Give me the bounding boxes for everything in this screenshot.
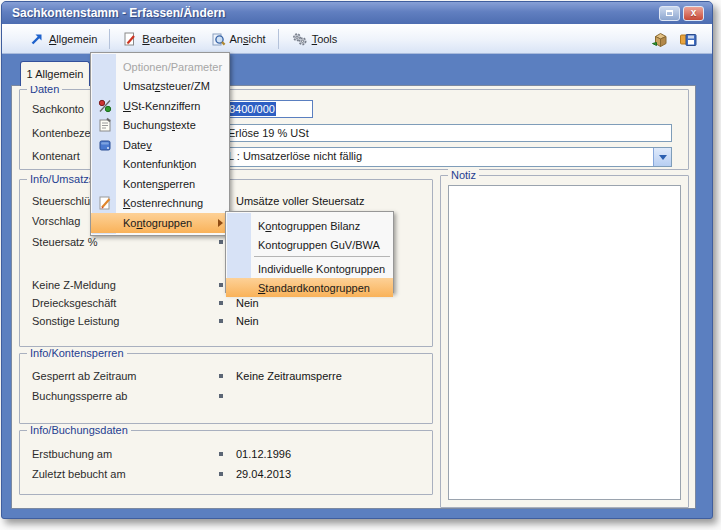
package-icon[interactable] [651,30,669,48]
toolbar-item-bearbeiten[interactable]: Bearbeiten [115,29,202,49]
toolbar-separator [109,29,110,49]
submenu-arrow-icon [218,219,223,227]
menu-item-ust-kennziffern[interactable]: USt-Kennziffern [91,96,229,116]
toolbar-item-ansicht[interactable]: Ansicht [203,29,273,49]
restore-icon [666,10,673,16]
menu-item-kontogruppen[interactable]: Kontogruppen [91,213,229,233]
groupbox-info-buchungsdaten-title: Info/Buchungsdaten [27,424,131,436]
info-row-label: Sonstige Leistung [32,315,119,327]
submenu-item-label: Kontogruppen GuV/BWA [258,239,380,251]
notiz-textarea[interactable] [448,185,681,500]
toolbar-item-allgemein[interactable]: Allgemein [22,29,104,49]
bullet-icon [219,374,223,378]
arrow-ne-icon [29,31,45,47]
menu-item-label: Optionen/Parameter [123,61,222,73]
info-row-label: Buchungssperre ab [32,390,127,402]
menu-item-label: Umsatzsteuer/ZM [123,80,210,92]
tab-allgemein[interactable]: 1 Allgemein [20,61,90,86]
menu-item-label: USt-Kennziffern [123,100,200,112]
menu-item-label: Buchungstexte [123,119,196,131]
info-row-label: Gesperrt ab Zeitraum [32,370,137,382]
kontenart-label: Kontenart [32,150,80,162]
note-icon [95,117,115,133]
submenu-item-kontogruppen-guv-bwa[interactable]: Kontogruppen GuV/BWA [226,235,393,254]
calc-doc-icon [95,195,115,211]
kontogruppen-submenu: Kontogruppen BilanzKontogruppen GuV/BWAI… [225,211,394,293]
kontenart-select[interactable]: L : Umsatzerlöse nicht fällig [224,147,672,167]
sachkonto-input[interactable]: 8400/000 [224,100,313,118]
toolbar-separator [278,29,279,49]
info-row-value: Umsätze voller Steuersatz [236,195,364,207]
info-row-gesperrt-ab-zeitraum: Gesperrt ab ZeitraumKeine Zeitraumsperre [20,370,432,384]
restore-button[interactable] [659,6,680,21]
info-row-label: Vorschlag [32,215,80,227]
app-window: Sachkontenstamm - Erfassen/Ändern x Allg… [1,1,713,519]
edit-icon [122,31,138,47]
info-row-label: Dreiecksgeschäft [32,297,116,309]
info-row-value: Nein [236,315,259,327]
bearbeiten-menu: Optionen/ParameterUmsatzsteuer/ZMUSt-Ken… [90,52,230,236]
datev-icon [95,137,115,153]
sachkonto-selected-text: 8400/000 [228,102,276,116]
groupbox-info-buchungsdaten: Info/Buchungsdaten Erstbuchung am01.12.1… [19,430,433,495]
menu-item-buchungstexte[interactable]: Buchungstexte [91,116,229,136]
info-row-value: Keine Zeitraumsperre [236,370,342,382]
menu-item-kontensperren[interactable]: Kontensperren [91,174,229,194]
toolbar-label-allgemein: Allgemein [49,33,97,45]
bullet-icon [219,394,223,398]
toolbar-label-ansicht: Ansicht [230,33,266,45]
menu-item-kostenrechnung[interactable]: Kostenrechnung [91,194,229,214]
magnifier-icon [210,31,226,47]
info-row-label: Steuersatz % [32,236,97,248]
groupbox-info-kontensperren-title: Info/Kontensperren [27,347,127,359]
menu-item-label: Kontensperren [123,178,195,190]
bullet-icon [219,452,223,456]
menu-item-label: Kontenfunktion [123,158,196,170]
submenu-item-standardkontogruppen[interactable]: Standardkontogruppen [226,278,393,297]
info-row-value: 01.12.1996 [236,448,291,460]
toolbar-label-tools: Tools [312,33,338,45]
info-row-sonstige-leistung: Sonstige LeistungNein [20,315,432,329]
gears-icon [291,31,308,47]
menu-item-label: Datev [123,139,152,151]
submenu-item-label: Kontogruppen Bilanz [258,220,360,232]
bullet-icon [219,240,223,244]
title-bar: Sachkontenstamm - Erfassen/Ändern x [2,2,712,24]
info-row-value: 29.04.2013 [236,468,291,480]
chevron-down-icon[interactable] [653,148,671,166]
groupbox-info-kontensperren: Info/Kontensperren Gesperrt ab ZeitraumK… [19,353,433,424]
bullet-icon [219,472,223,476]
submenu-item-individuelle-kontogruppen[interactable]: Individuelle Kontogruppen [226,259,393,278]
kontenbezeichnung-input[interactable]: Erlöse 19 % USt [224,124,672,142]
submenu-separator [254,256,390,257]
info-row-label: Zuletzt bebucht am [32,468,126,480]
menu-item-optionen-parameter: Optionen/Parameter [91,57,229,77]
menu-item-label: Kostenrechnung [123,197,203,209]
info-row-label: Keine Z-Meldung [32,279,116,291]
tab-allgemein-label: 1 Allgemein [27,68,84,80]
groupbox-notiz: Notiz [440,175,689,508]
submenu-item-label: Standardkontogruppen [258,282,370,294]
bullet-icon [219,319,223,323]
toolbar-label-bearbeiten: Bearbeiten [142,33,195,45]
window-title: Sachkontenstamm - Erfassen/Ändern [12,6,225,20]
submenu-item-kontogruppen-bilanz[interactable]: Kontogruppen Bilanz [226,216,393,235]
sachkonto-label: Sachkonto [32,103,84,115]
info-row-dreiecksgesch-ft: DreiecksgeschäftNein [20,297,432,311]
info-row-value: Nein [236,297,259,309]
menu-item-kontenfunktion[interactable]: Kontenfunktion [91,155,229,175]
kontenbezeichnung-value: Erlöse 19 % USt [228,127,309,139]
menu-item-umsatzsteuer-zm[interactable]: Umsatzsteuer/ZM [91,77,229,97]
menu-item-datev[interactable]: Datev [91,135,229,155]
save-icon[interactable] [679,30,698,48]
menu-toolbar: Allgemein Bearbeiten Ansicht Tools [2,24,712,54]
info-row-erstbuchung-am: Erstbuchung am01.12.1996 [20,448,432,462]
kontenart-value: L : Umsatzerlöse nicht fällig [228,150,362,162]
menu-item-label: Kontogruppen [123,217,192,229]
info-row-buchungssperre-ab: Buchungssperre ab [20,390,432,404]
toolbar-item-tools[interactable]: Tools [284,29,345,49]
close-button[interactable]: x [683,6,704,21]
bullet-icon [219,301,223,305]
info-row-label: Erstbuchung am [32,448,112,460]
close-icon: x [691,8,697,18]
